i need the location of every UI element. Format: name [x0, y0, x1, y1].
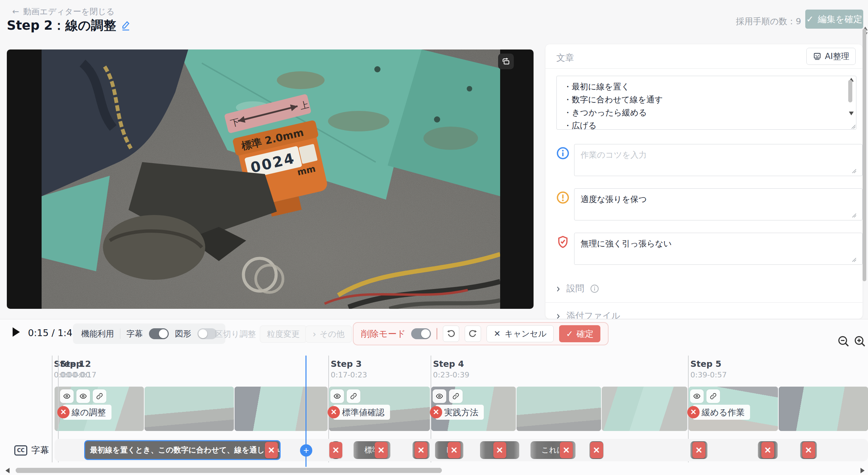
ai-organize-label: AI整理: [825, 51, 850, 62]
video-thumbnail[interactable]: [602, 387, 687, 431]
subtitle-clip-selected[interactable]: 最初線を置くとき、この数字に合わせて、線を通してみて: [84, 440, 281, 460]
tip-input[interactable]: [574, 144, 863, 176]
add-subtitle-button[interactable]: +: [300, 444, 312, 457]
safety-input[interactable]: 無理に強く引っ張らない: [574, 233, 863, 265]
adopted-count-value: 9: [796, 16, 801, 26]
delete-step-button[interactable]: ✕: [328, 406, 340, 418]
section-attachments[interactable]: › 添付ファイル: [556, 310, 620, 319]
cc-icon: CC: [14, 445, 27, 456]
adopted-steps-count: 採用手順の数：9: [736, 16, 802, 27]
feature-label: 機能利用: [81, 328, 114, 339]
video-thumbnail[interactable]: [235, 387, 328, 431]
others-button[interactable]: › その他: [305, 326, 352, 343]
delete-subtitle-button[interactable]: ✕: [560, 442, 573, 458]
video-thumbnail[interactable]: [517, 387, 601, 431]
delete-subtitle-button[interactable]: ✕: [761, 442, 774, 458]
visibility-eye-button[interactable]: [690, 389, 704, 403]
ai-organize-button[interactable]: AI整理: [806, 48, 856, 65]
delete-subtitle-button[interactable]: ✕: [415, 442, 428, 458]
visibility-eye-button[interactable]: [60, 389, 74, 403]
zoom-out-button[interactable]: [837, 334, 851, 348]
confirm-label: 確定: [577, 328, 594, 340]
confirm-button[interactable]: ✓ 確定: [559, 325, 600, 342]
step-title-text: Step 2：線の調整: [7, 17, 116, 34]
delete-subtitle-button[interactable]: ✕: [802, 442, 815, 458]
delete-step-button[interactable]: ✕: [687, 406, 700, 418]
cancel-button[interactable]: ✕ キャンセル: [487, 325, 554, 342]
step-name: Step 3: [331, 359, 362, 369]
cut-adjust-button[interactable]: 区切り調整: [208, 326, 263, 343]
textarea-scrollbar[interactable]: [848, 78, 854, 128]
scroll-left-arrow[interactable]: [5, 468, 10, 473]
video-player[interactable]: 下 上 標準 2.0mm 0024 mm: [7, 49, 534, 309]
link-button[interactable]: [449, 389, 463, 403]
delete-subtitle-button[interactable]: ✕: [329, 442, 342, 458]
video-thumbnail[interactable]: [779, 387, 868, 431]
robot-icon: [813, 52, 822, 61]
subtitle-text: 最初線を置くとき、この数字に合わせて、線を通してみて: [85, 445, 280, 455]
others-label: その他: [319, 329, 344, 340]
delete-step-button[interactable]: ✕: [57, 406, 70, 418]
play-button[interactable]: [12, 327, 22, 337]
delete-subtitle-button[interactable]: ✕: [265, 442, 278, 458]
delete-subtitle-button[interactable]: ✕: [375, 442, 388, 458]
time-display: 0:15 / 1:43: [28, 328, 78, 338]
link-button[interactable]: [706, 389, 720, 403]
confirm-edit-button[interactable]: ✓ 編集を確定: [805, 10, 863, 29]
panel-title: 文章: [556, 52, 574, 64]
close-editor-link[interactable]: ← 動画エディターを閉じる: [12, 6, 115, 17]
step-boundary: [52, 356, 53, 462]
main-text-area[interactable]: ・最初に線を置く ・数字に合わせて線を通す ・きつかったら緩める ・広げる: [556, 76, 856, 130]
zoom-in-button[interactable]: [854, 334, 867, 348]
undo-button[interactable]: [443, 326, 459, 342]
timeline-horizontal-scrollbar[interactable]: [0, 466, 868, 475]
check-icon: ✓: [806, 14, 814, 24]
step-label-chip[interactable]: 線の調整: [63, 405, 111, 420]
step-time-range: 0:23-0:39: [433, 371, 469, 379]
step-label-chip[interactable]: 標準値確認: [333, 405, 390, 420]
visibility-eye-button[interactable]: [330, 389, 344, 403]
granularity-button[interactable]: 粒度変更: [260, 326, 307, 343]
back-arrow-icon: ←: [12, 7, 19, 16]
page-title: Step 2：線の調整: [7, 17, 131, 34]
section-questions[interactable]: › 設問: [556, 283, 599, 294]
delete-mode-toggle[interactable]: [411, 328, 431, 339]
divider: [120, 329, 120, 339]
check-icon: ✓: [566, 329, 573, 339]
visibility-eye-button[interactable]: [433, 389, 446, 403]
warning-icon: [556, 191, 569, 204]
scroll-right-arrow[interactable]: [860, 468, 865, 473]
link-button[interactable]: [93, 389, 106, 403]
step-time-range: 0:39-0:57: [690, 371, 727, 379]
rotate-video-button[interactable]: [498, 54, 514, 69]
step-time-range: 0:00-0:17: [60, 371, 96, 379]
warning-input[interactable]: 適度な張りを保つ: [574, 188, 863, 220]
step-label-chip[interactable]: 実践方法: [435, 405, 484, 420]
delete-mode-bar: 削除モード ✕ キャンセル ✓ 確定: [353, 322, 609, 345]
delete-subtitle-button[interactable]: ✕: [493, 442, 506, 458]
delete-step-button[interactable]: ✕: [430, 406, 442, 418]
delete-subtitle-button[interactable]: ✕: [448, 442, 461, 458]
step-name: Step 5: [690, 359, 721, 369]
section-attachments-label: 添付ファイル: [566, 310, 620, 319]
video-frame: 下 上 標準 2.0mm 0024 mm: [42, 49, 500, 309]
subtitle-track-text: 字幕: [31, 444, 49, 456]
info-circle-icon: [590, 284, 599, 293]
visibility-eye-button[interactable]: [76, 389, 90, 403]
subtitle-toggle-label: 字幕: [126, 328, 143, 339]
link-button[interactable]: [347, 389, 360, 403]
step-label-chip[interactable]: 緩める作業: [693, 405, 750, 420]
divider: [436, 328, 437, 340]
shield-check-icon: [556, 235, 569, 248]
subtitle-toggle[interactable]: [149, 328, 169, 339]
delete-subtitle-button[interactable]: ✕: [692, 442, 705, 458]
redo-button[interactable]: [465, 326, 481, 342]
page-vertical-scrollbar[interactable]: [863, 27, 868, 304]
scrollbar-thumb[interactable]: [16, 468, 442, 473]
edit-title-icon[interactable]: [121, 20, 131, 31]
chevron-right-icon: ›: [556, 282, 560, 296]
video-thumbnail[interactable]: [145, 387, 234, 431]
shape-toggle-label: 図形: [175, 328, 191, 339]
delete-subtitle-button[interactable]: ✕: [590, 442, 603, 458]
confirm-edit-label: 編集を確定: [818, 13, 863, 25]
